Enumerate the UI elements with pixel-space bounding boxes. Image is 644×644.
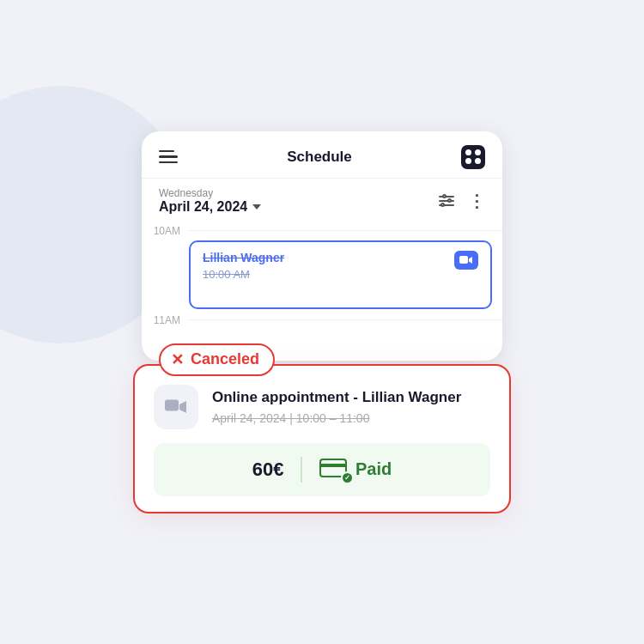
appointment-time: 10:00 AM xyxy=(203,268,284,281)
appointment-card-info: Online appointment - Lillian Wagner Apri… xyxy=(212,388,461,425)
apps-icon[interactable] xyxy=(461,145,485,169)
time-row-10: 10AM xyxy=(142,223,502,237)
appointment-info: Lillian Wagner 10:00 AM xyxy=(203,251,284,281)
appointment-card-header: Online appointment - Lillian Wagner Apri… xyxy=(154,385,490,429)
date-text: April 24, 2024 xyxy=(159,199,247,215)
footer-divider xyxy=(301,457,302,483)
check-circle-icon xyxy=(341,471,354,484)
date-full: April 24, 2024 xyxy=(159,199,261,215)
appointment-price: 60€ xyxy=(252,459,284,481)
appointment-detail-card[interactable]: Online appointment - Lillian Wagner Apri… xyxy=(133,364,511,513)
x-icon: ✕ xyxy=(171,350,184,369)
time-label-10am: 10AM xyxy=(142,223,189,237)
appointment-block[interactable]: Lillian Wagner 10:00 AM xyxy=(189,240,492,309)
appointment-card-title: Online appointment - Lillian Wagner xyxy=(212,388,461,407)
schedule-header: Schedule xyxy=(142,131,502,179)
date-weekday: Wednesday xyxy=(159,187,261,199)
svg-rect-0 xyxy=(459,256,468,264)
more-options-icon[interactable]: ⋮ xyxy=(468,191,485,211)
canceled-badge: ✕ Canceled xyxy=(159,343,275,376)
canceled-text: Canceled xyxy=(191,350,259,368)
date-info: Wednesday April 24, 2024 xyxy=(159,187,261,215)
time-label-11am: 11AM xyxy=(142,313,189,326)
time-divider-11 xyxy=(189,319,502,320)
appointment-name: Lillian Wagner xyxy=(203,251,284,264)
hamburger-menu-icon[interactable] xyxy=(159,150,178,164)
main-container: Schedule Wednesday April 24, 2024 xyxy=(133,131,511,513)
svg-rect-1 xyxy=(165,399,179,410)
appointment-card-footer: 60€ Paid xyxy=(154,443,490,496)
schedule-title: Schedule xyxy=(287,149,352,166)
time-row-11: 11AM xyxy=(142,313,502,326)
schedule-body: 10AM Lillian Wagner 10:00 AM 11AM xyxy=(142,223,502,361)
paid-label: Paid xyxy=(355,459,392,479)
time-divider-10 xyxy=(189,230,502,231)
chevron-down-icon[interactable] xyxy=(252,204,261,210)
schedule-card: Schedule Wednesday April 24, 2024 xyxy=(142,131,502,361)
appointment-card-datetime: April 24, 2024 | 10:00 – 11:00 xyxy=(212,411,461,425)
schedule-date-row: Wednesday April 24, 2024 xyxy=(142,179,502,223)
filter-icon[interactable] xyxy=(437,194,456,208)
paid-section: Paid xyxy=(319,459,392,481)
video-call-icon-small xyxy=(454,251,478,270)
video-call-avatar xyxy=(154,385,198,429)
paid-card-icon xyxy=(319,459,349,481)
date-actions: ⋮ xyxy=(437,191,485,211)
